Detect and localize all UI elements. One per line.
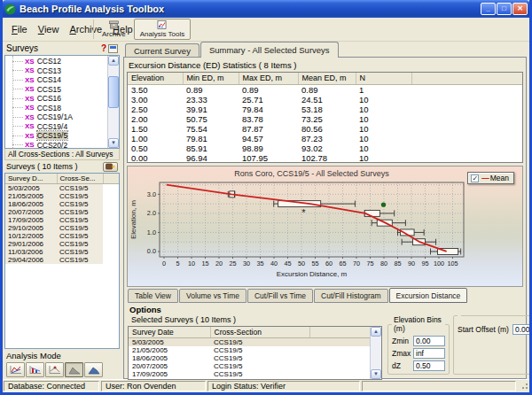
start-offset-input[interactable]: [512, 324, 532, 335]
table-row[interactable]: 20/07/2005CCS19/5: [5, 208, 119, 216]
tab-cut-fill-histogram[interactable]: Cut/Fill Histogram: [314, 289, 388, 303]
analysis-mode-button-1[interactable]: [6, 362, 25, 377]
column-header[interactable]: Survey D...: [5, 174, 57, 183]
table-row[interactable]: 0.0096.94107.95102.7810: [128, 153, 522, 163]
minimize-button[interactable]: _: [481, 3, 496, 15]
svg-text:5: 5: [176, 259, 179, 267]
content-area: Current SurveySummary - All Selected Sur…: [123, 42, 529, 379]
column-header[interactable]: Cross-Section: [210, 327, 309, 337]
analysis-mode-button-5[interactable]: [84, 362, 103, 377]
status-bar: Database: Connected User: Ron Ovenden Lo…: [3, 379, 529, 392]
tree-item-CCS14[interactable]: XSCCS14: [5, 75, 106, 85]
column-header[interactable]: Survey Date: [129, 327, 210, 337]
table-row[interactable]: 3.500.890.890.891: [128, 84, 522, 95]
svg-text:Elevation, m: Elevation, m: [129, 200, 137, 239]
maximize-button[interactable]: □: [497, 3, 512, 15]
status-database: Database: Connected: [4, 381, 99, 391]
analysis-mode-button-3[interactable]: [45, 362, 64, 377]
scroll-down-icon[interactable]: ▼: [108, 138, 119, 148]
table-row[interactable]: 1.0079.8194.5787.2310: [128, 134, 522, 143]
dz-input[interactable]: [413, 360, 445, 371]
table-row[interactable]: 1.5075.5487.8780.5610: [128, 124, 522, 134]
table-row[interactable]: 5/03/2005CCS19/5: [129, 337, 370, 346]
table-row[interactable]: 18/06/2005CCS19/5: [5, 200, 119, 208]
table-row[interactable]: 5/03/2005CCS19/5: [5, 183, 119, 192]
table-row[interactable]: 29/01/2006CCS19/5: [5, 240, 119, 248]
svg-text:10: 10: [188, 259, 195, 267]
table-row[interactable]: 21/05/2005CCS19/5: [5, 192, 119, 200]
tree-item-CCS18[interactable]: XSCCS18: [5, 104, 106, 113]
tab-excursion-distance[interactable]: Excursion Distance: [389, 288, 468, 303]
chart-panel: Rons Coro, CCS19/5 - All Selected Survey…: [127, 166, 523, 287]
selected-surveys-scrollbar[interactable]: ▲ ▼: [370, 327, 381, 379]
elevation-bins-title: Elevation Bins (m): [392, 315, 445, 333]
scroll-up-icon[interactable]: ▲: [371, 327, 381, 337]
tree-item-CCS15[interactable]: XSCCS15: [5, 85, 106, 95]
resize-grip[interactable]: [518, 381, 528, 391]
table-row[interactable]: 11/03/2006CCS19/5: [5, 248, 119, 256]
table-row[interactable]: 20/07/2005CCS19/5: [129, 362, 370, 370]
tree-item-CCS13[interactable]: XSCCS13: [5, 66, 106, 76]
surveys-list-title: Surveys ( 10 Items ): [6, 162, 103, 171]
tab-summary-all-selected-surveys[interactable]: Summary - All Selected Surveys: [200, 42, 339, 58]
legend-checkbox[interactable]: ✓: [471, 174, 479, 182]
title-bar[interactable]: Beach Profile Analysis Toolbox _ □ ✕: [2, 0, 530, 18]
help-icon[interactable]: ?: [101, 43, 106, 53]
tab-table-view[interactable]: Table View: [128, 289, 178, 303]
survey-list-action-icon: [106, 163, 115, 170]
survey-list-action-button[interactable]: [103, 162, 118, 172]
svg-text:15: 15: [201, 259, 208, 267]
table-row[interactable]: 17/09/2005CCS19/5: [5, 216, 119, 224]
table-row[interactable]: 29/10/2005CCS19/5: [129, 378, 370, 381]
tree-item-CCS16[interactable]: XSCCS16: [5, 94, 106, 104]
excursion-chart[interactable]: Rons Coro, CCS19/5 - All Selected Survey…: [128, 167, 524, 286]
tree-item-CCS19-5[interactable]: XSCCS19/5: [5, 131, 106, 141]
top-tab-strip: Current SurveySummary - All Selected Sur…: [123, 42, 527, 57]
surveys-table: Survey D...Cross-Se... 5/03/2005CCS19/52…: [4, 173, 120, 349]
scrollbar-thumb[interactable]: [108, 76, 119, 108]
tree-item-CCS12[interactable]: XSCCS12: [5, 57, 106, 66]
analysis-mode-label: Analysis Mode: [6, 351, 118, 360]
column-header[interactable]: N: [356, 73, 411, 84]
scroll-down-icon[interactable]: ▼: [371, 369, 381, 379]
analysis-mode-button-2[interactable]: [26, 362, 44, 377]
table-row[interactable]: 29/04/2006CCS19/5: [5, 256, 119, 264]
tree-item-CCS19-4[interactable]: XSCCS19/4: [5, 122, 106, 132]
tree-item-CCS19-1A[interactable]: XSCCS19/1A: [5, 112, 106, 122]
table-row[interactable]: 29/10/2005CCS19/5: [5, 224, 119, 232]
column-header[interactable]: Cross-Se...: [57, 174, 103, 183]
analysis-mode-button-4[interactable]: [65, 362, 83, 377]
zmax-input[interactable]: [413, 348, 445, 359]
table-row[interactable]: 0.5085.9198.8993.0210: [128, 143, 522, 153]
close-button[interactable]: ✕: [512, 3, 528, 15]
table-row[interactable]: 3.0023.3325.7124.5110: [128, 95, 522, 105]
svg-text:3.0: 3.0: [147, 190, 156, 198]
archive-toolbar-button[interactable]: Archive: [96, 19, 132, 40]
tab-current-survey[interactable]: Current Survey: [125, 43, 200, 57]
status-login: Login Status: Verifier: [207, 381, 360, 391]
table-row[interactable]: 17/09/2005CCS19/5: [129, 370, 370, 378]
menu-file[interactable]: File: [6, 22, 33, 36]
menu-view[interactable]: View: [33, 22, 65, 36]
tree-item-CCS20-2[interactable]: XSCCS20/2: [5, 141, 106, 150]
app-window: Beach Profile Analysis Toolbox _ □ ✕ Fil…: [0, 0, 532, 395]
tab-cut-fill-vs-time[interactable]: Cut/Fill vs Time: [247, 289, 313, 303]
analysis-tools-toolbar-button[interactable]: Analysis Tools: [134, 19, 192, 40]
table-row[interactable]: 21/05/2005CCS19/5: [129, 346, 370, 354]
svg-text:25: 25: [229, 259, 236, 267]
svg-text:0: 0: [162, 259, 166, 267]
svg-text:1.0: 1.0: [147, 228, 156, 236]
table-row[interactable]: 18/06/2005CCS19/5: [129, 354, 370, 362]
table-row[interactable]: 2.5039.9179.8453.1810: [128, 105, 522, 114]
scroll-up-icon[interactable]: ▲: [108, 56, 119, 66]
column-header[interactable]: Min ED, m: [183, 73, 239, 84]
table-row[interactable]: 10/12/2005CCS19/5: [5, 232, 119, 240]
tree-scrollbar[interactable]: ▲ ▼: [107, 56, 119, 148]
column-header[interactable]: Mean ED, m: [298, 73, 356, 84]
table-row[interactable]: 2.0050.7583.7873.2510: [128, 114, 522, 124]
column-header[interactable]: Elevation: [128, 73, 183, 84]
zmin-input[interactable]: [413, 336, 445, 346]
panel-window-icon[interactable]: [108, 44, 118, 53]
column-header[interactable]: Max ED, m: [239, 73, 298, 84]
tab-volume-vs-time[interactable]: Volume vs Time: [179, 289, 246, 303]
